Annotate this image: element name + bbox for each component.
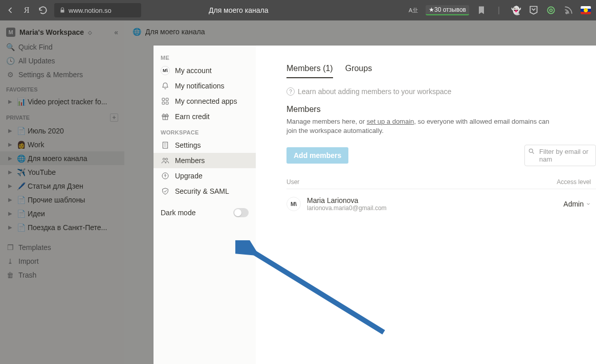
ws-section-label: WORKSPACE	[153, 124, 256, 138]
svg-rect-3	[166, 98, 168, 101]
svg-point-0	[547, 7, 554, 13]
col-user: User	[286, 178, 550, 186]
settings-nav: ME M\My account My notifications My conn…	[153, 46, 256, 364]
nav-my-notifications[interactable]: My notifications	[153, 78, 256, 94]
table-row: M\ Maria Larionova larionova.maria0@gmai…	[286, 189, 596, 219]
svg-rect-5	[166, 102, 168, 104]
nav-upgrade[interactable]: Upgrade	[153, 168, 256, 184]
setup-domain-link[interactable]: set up a domain	[367, 118, 414, 125]
ext-icon-2[interactable]	[528, 5, 539, 15]
members-description: Manage members here, or set up a domain,…	[286, 117, 553, 135]
nav-label: My notifications	[175, 82, 224, 90]
nav-settings[interactable]: Settings	[153, 138, 256, 153]
nav-label: Upgrade	[175, 172, 203, 180]
svg-rect-8	[163, 142, 167, 148]
access-label: Admin	[563, 200, 584, 208]
browser-tab-title: Для моего канала	[209, 6, 268, 14]
lock-icon	[59, 7, 65, 13]
add-members-button[interactable]: Add members	[286, 147, 348, 164]
nav-security[interactable]: Security & SAML	[153, 184, 256, 199]
translate-icon[interactable]: A㐀	[408, 5, 418, 15]
shield-icon	[161, 187, 170, 196]
dark-mode-toggle[interactable]	[233, 208, 249, 217]
access-level-dropdown[interactable]: Admin	[563, 200, 596, 208]
url-text: www.notion.so	[69, 7, 112, 14]
col-access: Access level	[550, 178, 596, 186]
reload-icon[interactable]	[38, 5, 48, 15]
bell-icon	[161, 81, 170, 90]
separator: |	[494, 5, 504, 15]
yandex-icon[interactable]: Я	[21, 5, 32, 15]
search-icon	[528, 148, 535, 155]
tab-members[interactable]: Members (1)	[286, 64, 333, 78]
dark-mode-row: Dark mode	[153, 199, 256, 226]
nav-label: My connected apps	[175, 97, 237, 105]
table-header: User Access level	[286, 175, 596, 189]
rss-icon[interactable]	[563, 5, 573, 15]
back-icon[interactable]	[5, 5, 15, 15]
help-icon: ?	[286, 87, 295, 96]
nav-label: Settings	[175, 141, 201, 149]
chevron-down-icon	[586, 201, 591, 207]
nav-label: Security & SAML	[175, 187, 229, 195]
settings-modal: ME M\My account My notifications My conn…	[153, 46, 596, 364]
url-box[interactable]: www.notion.so	[54, 3, 141, 17]
svg-point-12	[529, 149, 533, 153]
svg-point-1	[550, 9, 553, 12]
grid-icon	[161, 97, 170, 106]
nav-connected-apps[interactable]: My connected apps	[153, 94, 256, 109]
nav-members[interactable]: Members	[153, 153, 256, 168]
avatar: M\	[286, 197, 301, 211]
member-email: larionova.maria0@gmail.com	[307, 204, 387, 212]
gift-icon	[161, 112, 170, 121]
reviews-badge[interactable]: ★30 отзывов	[426, 5, 469, 15]
me-section-label: ME	[153, 50, 256, 63]
avatar-icon: M\	[161, 66, 170, 75]
svg-rect-2	[162, 98, 165, 101]
settings-content: Members (1) Groups ?Learn about adding m…	[256, 46, 596, 364]
svg-rect-4	[162, 102, 165, 104]
nav-label: My account	[175, 66, 212, 75]
tab-groups[interactable]: Groups	[345, 64, 372, 78]
svg-point-10	[166, 158, 168, 160]
nav-earn-credit[interactable]: Earn credit	[153, 109, 256, 124]
ext-icon-3[interactable]	[546, 5, 556, 15]
building-icon	[161, 141, 170, 150]
up-icon	[161, 171, 170, 180]
ext-icon-1[interactable]: 👻	[511, 5, 521, 15]
hint-text: Learn about adding members to your works…	[298, 87, 451, 96]
member-name: Maria Larionova	[307, 196, 387, 204]
flag-icon[interactable]	[581, 6, 591, 14]
members-heading: Members	[286, 105, 596, 114]
help-hint[interactable]: ?Learn about adding members to your work…	[286, 87, 596, 96]
dark-mode-label: Dark mode	[161, 209, 195, 217]
nav-label: Earn credit	[175, 112, 210, 121]
filter-placeholder: Filter by email or nam	[539, 148, 588, 163]
filter-input[interactable]: Filter by email or nam	[524, 145, 596, 166]
nav-label: Members	[175, 156, 205, 165]
svg-point-9	[163, 158, 165, 160]
tabs: Members (1) Groups	[286, 64, 596, 78]
bookmark-icon[interactable]	[476, 5, 487, 15]
browser-toolbar: Я www.notion.so Для моего канала A㐀 ★30 …	[0, 0, 596, 20]
people-icon	[161, 156, 170, 165]
nav-my-account[interactable]: M\My account	[153, 63, 256, 78]
